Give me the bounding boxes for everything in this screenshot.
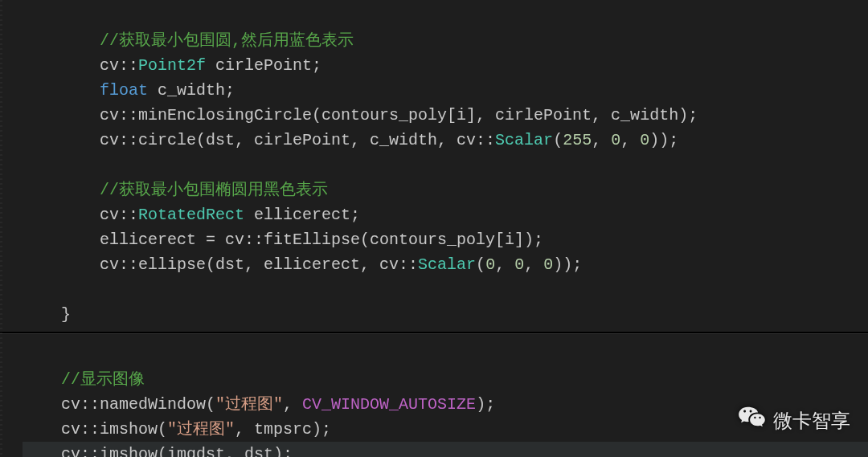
code-line: cv::circle(dst, cirlePoint, c_width, cv:… (23, 131, 678, 149)
keyword: float (100, 81, 148, 100)
code-text: ); (476, 395, 495, 414)
code-line: cv::namedWindow("过程图", CV_WINDOW_AUTOSIZ… (23, 395, 495, 414)
comment: //获取最小包围圆,然后用蓝色表示 (100, 31, 354, 50)
code-text: ellicerect; (244, 206, 360, 224)
type-name: Scalar (495, 131, 553, 149)
watermark: 微卡智享 (738, 406, 850, 436)
code-text: , (495, 255, 514, 274)
number: 0 (485, 255, 495, 274)
code-text: cirlePoint; (206, 56, 321, 75)
code-line: float c_width; (23, 81, 235, 100)
code-line: cv::ellipse(dst, ellicerect, cv::Scalar(… (23, 255, 582, 274)
code-line: cv::minEnclosingCircle(contours_poly[i],… (23, 106, 698, 124)
code-text: cv:: (100, 56, 138, 75)
type-name: Scalar (418, 255, 476, 274)
code-text: ( (553, 131, 563, 149)
section-divider (0, 332, 868, 334)
code-line (23, 156, 32, 174)
code-line: } (23, 305, 71, 324)
code-line: ellicerect = cv::fitEllipse(contours_pol… (23, 231, 543, 249)
type-name: RotatedRect (138, 206, 244, 224)
gutter-edge (0, 0, 2, 457)
brace: } (61, 305, 71, 324)
code-text: cv::circle(dst, cirlePoint, c_width, cv:… (100, 131, 495, 149)
code-text: cv:: (100, 206, 138, 224)
number: 0 (514, 255, 524, 274)
code-text: )); (649, 131, 678, 149)
code-text: cv::namedWindow( (61, 395, 215, 414)
number: 0 (611, 131, 620, 149)
macro: CV_WINDOW_AUTOSIZE (302, 395, 476, 414)
code-text: cv::minEnclosingCircle(contours_poly[i],… (100, 106, 698, 124)
code-text: , (524, 255, 543, 274)
code-text: ellicerect = cv::fitEllipse(contours_pol… (100, 231, 543, 249)
code-text: ( (476, 255, 485, 274)
code-line: cv::RotatedRect ellicerect; (23, 206, 360, 224)
code-line-current: cv::imshow(imgdst, dst); (23, 442, 868, 457)
code-line: cv::Point2f cirlePoint; (23, 56, 321, 75)
type-name: Point2f (138, 56, 206, 75)
string: "过程图" (167, 420, 235, 439)
code-text: cv::ellipse(dst, ellicerect, cv:: (100, 255, 418, 274)
code-text: , (283, 395, 302, 414)
code-text: , (620, 131, 640, 149)
code-text: , (592, 131, 611, 149)
comment: //显示图像 (61, 370, 145, 389)
code-text: , tmpsrc); (235, 420, 331, 439)
code-line: //显示图像 (23, 370, 145, 389)
wechat-icon (738, 406, 765, 436)
string: "过程图" (215, 395, 283, 414)
comment: //获取最小包围椭圆用黑色表示 (100, 181, 328, 199)
code-text: )); (553, 255, 582, 274)
code-line: //获取最小包围圆,然后用蓝色表示 (23, 31, 354, 50)
watermark-text: 微卡智享 (773, 406, 850, 435)
code-text: c_width; (148, 81, 235, 100)
code-editor[interactable]: //获取最小包围圆,然后用蓝色表示 cv::Point2f cirlePoint… (0, 0, 868, 327)
code-line (23, 280, 32, 299)
code-line: //获取最小包围椭圆用黑色表示 (23, 181, 328, 199)
number: 0 (640, 131, 649, 149)
number: 0 (543, 255, 553, 274)
code-text: cv::imshow(imgdst, dst); (61, 445, 293, 457)
number: 255 (563, 131, 592, 149)
code-text: cv::imshow( (61, 420, 167, 439)
code-editor-lower[interactable]: //显示图像 cv::namedWindow("过程图", CV_WINDOW_… (0, 339, 868, 457)
code-line: cv::imshow("过程图", tmpsrc); (23, 420, 331, 439)
